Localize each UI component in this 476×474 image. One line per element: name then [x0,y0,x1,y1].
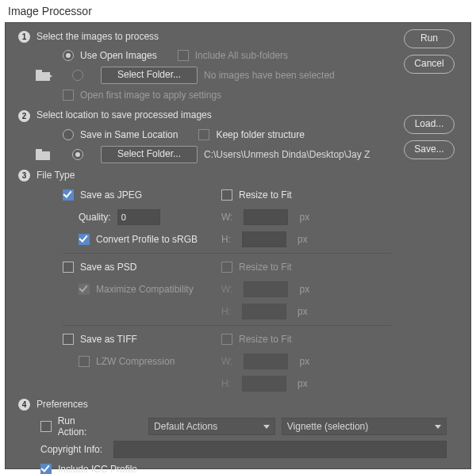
select-output-folder-radio[interactable] [72,149,83,160]
lzw-checkbox [79,356,90,367]
psd-width-label: W: [221,284,232,295]
tiff-width-input [244,354,288,369]
max-compat-checkbox [79,284,90,295]
step-badge-3: 3 [18,170,30,182]
section-3-title: 3File Type [18,170,391,182]
psd-width-unit: px [299,284,309,295]
section-4-heading: Preferences [36,399,88,410]
save-button[interactable]: Save... [404,140,455,159]
convert-srgb-checkbox[interactable] [79,234,90,245]
jpeg-width-label: W: [221,212,232,223]
keep-folder-structure-label: Keep folder structure [216,129,304,140]
window-title: Image Processor [0,0,476,22]
jpeg-resize-checkbox[interactable] [221,189,232,201]
max-compat-label: Maximize Compatibility [96,284,194,295]
section-1-heading: Select the images to process [36,31,159,42]
include-icc-checkbox[interactable] [40,464,52,474]
jpeg-height-unit: px [298,234,308,245]
psd-height-unit: px [298,306,308,317]
section-1-title: 1Select the images to process [18,31,391,43]
tiff-width-label: W: [221,356,232,367]
jpeg-width-input[interactable] [244,209,288,225]
chevron-down-icon [263,425,270,429]
save-as-jpeg-checkbox[interactable] [63,189,74,201]
tiff-resize-label: Resize to Fit [239,334,292,345]
load-button[interactable]: Load... [404,115,455,134]
keep-folder-structure-checkbox [198,129,209,140]
divider [63,253,391,254]
psd-resize-checkbox [221,262,232,273]
tiff-height-input [242,376,286,392]
tiff-width-unit: px [299,356,309,367]
psd-resize-label: Resize to Fit [239,262,292,273]
run-action-label: Run Action: [58,415,106,438]
section-4-title: 4Preferences [18,399,447,411]
output-folder-path: C:\Users\Unmesh Dinda\Desktop\Jay Z [204,149,370,160]
action-set-select[interactable]: Default Actions [148,418,275,435]
psd-height-label: H: [221,306,231,317]
browse-input-folder-icon [36,70,55,81]
save-as-psd-checkbox[interactable] [63,262,74,273]
save-same-location-radio[interactable] [63,129,74,140]
run-action-checkbox[interactable] [40,421,52,432]
jpeg-height-label: H: [221,234,231,245]
run-button[interactable]: Run [404,29,455,48]
chevron-down-icon [435,425,441,429]
select-output-folder-button[interactable]: Select Folder... [101,146,198,163]
dialog-panel: Run Cancel Load... Save... 1Select the i… [5,22,471,469]
save-as-tiff-checkbox[interactable] [63,334,74,345]
include-icc-label: Include ICC Profile [58,464,137,474]
psd-height-input [242,304,286,319]
save-as-jpeg-label: Save as JPEG [80,189,142,201]
action-set-value: Default Actions [154,421,217,432]
step-badge-2: 2 [18,110,30,122]
select-input-folder-button[interactable]: Select Folder... [101,67,198,84]
copyright-label: Copyright Info: [40,444,102,455]
step-badge-1: 1 [18,31,30,43]
output-folder-icon [36,149,50,160]
psd-width-input [244,281,288,297]
save-as-psd-label: Save as PSD [80,262,136,273]
open-first-image-label: Open first image to apply settings [80,90,221,101]
tiff-height-label: H: [221,378,231,389]
step-badge-4: 4 [18,399,30,411]
use-open-images-label: Use Open Images [80,50,157,61]
section-3-heading: File Type [36,170,75,181]
tiff-height-unit: px [298,378,308,389]
include-subfolders-checkbox [178,50,189,61]
open-first-image-checkbox [63,90,74,101]
convert-srgb-label: Convert Profile to sRGB [96,234,198,245]
save-as-tiff-label: Save as TIFF [80,334,137,345]
no-images-label: No images have been selected [204,70,335,81]
cancel-button[interactable]: Cancel [404,55,455,74]
section-2-title: 2Select location to save processed image… [18,109,391,121]
include-subfolders-label: Include All sub-folders [195,50,288,61]
jpeg-width-unit: px [299,212,309,223]
tiff-resize-checkbox [221,334,232,345]
copyright-input[interactable] [113,441,447,458]
jpeg-quality-input[interactable] [117,209,160,225]
action-name-select[interactable]: Vignette (selection) [282,418,447,435]
lzw-label: LZW Compression [96,356,175,367]
select-input-folder-radio[interactable] [72,70,83,81]
divider [63,325,391,326]
jpeg-height-input[interactable] [242,231,286,247]
save-same-location-label: Save in Same Location [80,129,178,140]
use-open-images-radio[interactable] [63,50,74,61]
action-name-value: Vignette (selection) [287,421,369,432]
section-2-heading: Select location to save processed images [36,109,212,120]
jpeg-quality-label: Quality: [79,212,111,223]
jpeg-resize-label: Resize to Fit [239,189,292,201]
